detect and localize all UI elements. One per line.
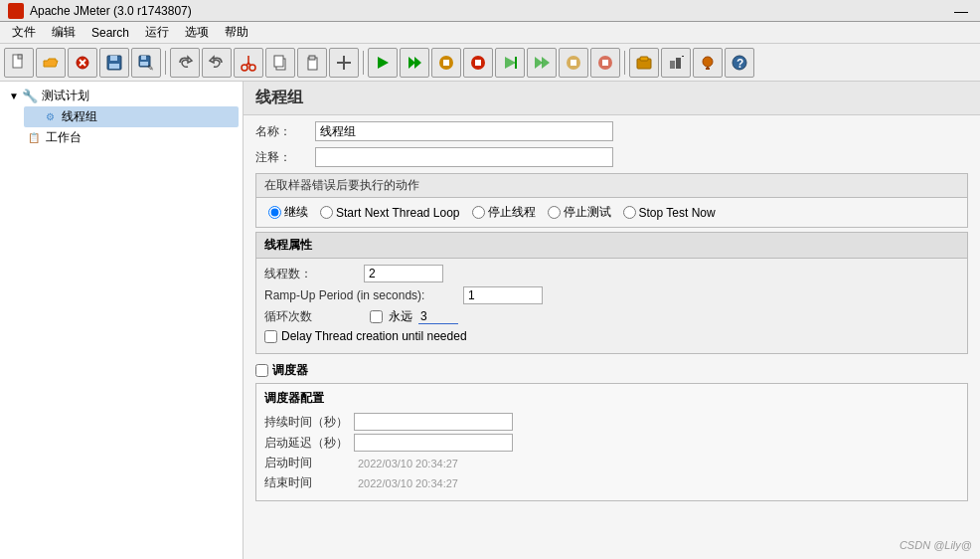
- svg-marker-24: [408, 57, 415, 69]
- svg-rect-10: [141, 56, 146, 60]
- error-action-radio-group: 继续 Start Next Thread Loop 停止线程 停止测试: [256, 198, 967, 227]
- cut-button[interactable]: [234, 48, 263, 78]
- loop-forever-checkbox[interactable]: [370, 310, 383, 323]
- sidebar-item-thread-group[interactable]: ⚙ 线程组: [24, 106, 239, 127]
- thread-group-label: 线程组: [62, 108, 97, 125]
- run-no-pause-button[interactable]: [400, 48, 429, 78]
- expand-button[interactable]: [329, 48, 359, 78]
- svg-point-43: [703, 57, 713, 67]
- new-button[interactable]: [4, 48, 34, 78]
- radio-stop-thread-label: 停止线程: [488, 204, 536, 221]
- radio-stop-test-now-label: Stop Test Now: [639, 206, 716, 220]
- radio-stop-test-now[interactable]: Stop Test Now: [623, 206, 716, 220]
- menu-edit[interactable]: 编辑: [44, 22, 83, 43]
- app-icon: [8, 3, 24, 19]
- radio-stop-test-input[interactable]: [548, 206, 561, 219]
- loop-count-input[interactable]: [418, 309, 458, 324]
- redo-button[interactable]: [202, 48, 232, 78]
- menu-options[interactable]: 选项: [177, 22, 217, 43]
- menu-run[interactable]: 运行: [137, 22, 177, 43]
- svg-marker-30: [505, 57, 516, 69]
- name-input[interactable]: [315, 121, 613, 141]
- templates-button[interactable]: [629, 48, 659, 78]
- radio-next-loop-input[interactable]: [320, 206, 333, 219]
- zoom-button[interactable]: [661, 48, 691, 78]
- thread-props-title: 线程属性: [256, 233, 967, 259]
- open-button[interactable]: [36, 48, 66, 78]
- workbench-icon: 📋: [26, 130, 42, 146]
- remote-stop-button[interactable]: [559, 48, 588, 78]
- scheduler-section: 调度器 调度器配置 持续时间（秒） 启动延迟（秒）: [255, 362, 968, 501]
- title-bar: Apache JMeter (3.0 r1743807) —: [0, 0, 980, 22]
- paste-button[interactable]: [297, 48, 327, 78]
- function-helper-button[interactable]: [693, 48, 723, 78]
- expand-icon: ▼: [8, 91, 20, 102]
- remote-start-all-button[interactable]: [527, 48, 557, 78]
- close-button[interactable]: [68, 48, 97, 78]
- scheduler-label-row: 调度器: [255, 362, 968, 379]
- menu-help[interactable]: 帮助: [217, 22, 256, 43]
- run-button[interactable]: [368, 48, 398, 78]
- error-action-section: 在取样器错误后要执行的动作 继续 Start Next Thread Loop …: [255, 173, 968, 228]
- svg-marker-32: [535, 57, 543, 69]
- workbench-expand-icon: [12, 132, 24, 144]
- remote-stop-all-button[interactable]: [590, 48, 620, 78]
- svg-rect-6: [109, 64, 119, 69]
- svg-marker-33: [542, 57, 550, 69]
- radio-continue-label: 继续: [284, 204, 308, 221]
- workbench-label: 工作台: [46, 129, 82, 146]
- sidebar-item-workbench[interactable]: 📋 工作台: [8, 127, 239, 148]
- svg-rect-41: [676, 58, 681, 69]
- duration-input[interactable]: [354, 413, 513, 431]
- stop-now-button[interactable]: [463, 48, 493, 78]
- comment-label: 注释：: [255, 149, 315, 166]
- save-button[interactable]: [99, 48, 129, 78]
- stop-button[interactable]: [431, 48, 461, 78]
- thread-count-input[interactable]: [364, 265, 443, 282]
- radio-next-loop[interactable]: Start Next Thread Loop: [320, 206, 460, 220]
- panel-header: 线程组: [244, 82, 980, 115]
- loop-forever-label: 永远: [389, 308, 412, 325]
- svg-rect-1: [18, 55, 22, 59]
- scheduler-checkbox[interactable]: [255, 364, 268, 377]
- delay-creation-checkbox[interactable]: [264, 330, 277, 343]
- remote-start-button[interactable]: [495, 48, 525, 78]
- svg-rect-42: [682, 56, 684, 57]
- radio-continue-input[interactable]: [268, 206, 281, 219]
- radio-continue[interactable]: 继续: [268, 204, 308, 221]
- test-plan-label: 测试计划: [42, 88, 89, 104]
- radio-stop-thread-input[interactable]: [472, 206, 485, 219]
- thread-props-body: 线程数： Ramp-Up Period (in seconds): 循环次数 永…: [256, 259, 967, 353]
- delay-start-input[interactable]: [354, 434, 513, 452]
- start-time-row: 启动时间 2022/03/10 20:34:27: [264, 455, 959, 471]
- thread-count-row: 线程数：: [264, 265, 959, 282]
- end-time-label: 结束时间: [264, 474, 354, 491]
- svg-rect-27: [443, 60, 449, 66]
- loop-count-row: 循环次数 永远: [264, 308, 959, 325]
- sidebar: ▼ 🔧 测试计划 ⚙ 线程组 📋 工作台: [0, 82, 244, 559]
- delay-creation-row: Delay Thread creation until needed: [264, 329, 959, 343]
- copy-button[interactable]: [265, 48, 295, 78]
- save-as-button[interactable]: ✎: [131, 48, 161, 78]
- comment-input[interactable]: [315, 147, 613, 167]
- start-time-label: 启动时间: [264, 455, 354, 471]
- menu-search[interactable]: Search: [83, 24, 137, 42]
- svg-rect-35: [571, 60, 576, 66]
- svg-rect-40: [670, 61, 675, 69]
- sidebar-item-test-plan[interactable]: ▼ 🔧 测试计划: [4, 86, 239, 106]
- help-button[interactable]: ?: [725, 48, 754, 78]
- rampup-input[interactable]: [463, 286, 543, 304]
- scheduler-config-title: 调度器配置: [264, 390, 959, 407]
- minimize-button[interactable]: —: [950, 3, 972, 19]
- menu-file[interactable]: 文件: [4, 22, 44, 43]
- svg-text:?: ?: [736, 57, 743, 71]
- radio-stop-test-label: 停止测试: [564, 204, 611, 221]
- radio-stop-test[interactable]: 停止测试: [548, 204, 611, 221]
- svg-marker-23: [378, 57, 389, 69]
- undo-button[interactable]: [170, 48, 200, 78]
- thread-group-icon: ⚙: [42, 109, 58, 125]
- radio-stop-thread[interactable]: 停止线程: [472, 204, 536, 221]
- radio-stop-test-now-input[interactable]: [623, 206, 636, 219]
- test-plan-icon: 🔧: [22, 89, 38, 104]
- radio-next-loop-label: Start Next Thread Loop: [336, 206, 460, 220]
